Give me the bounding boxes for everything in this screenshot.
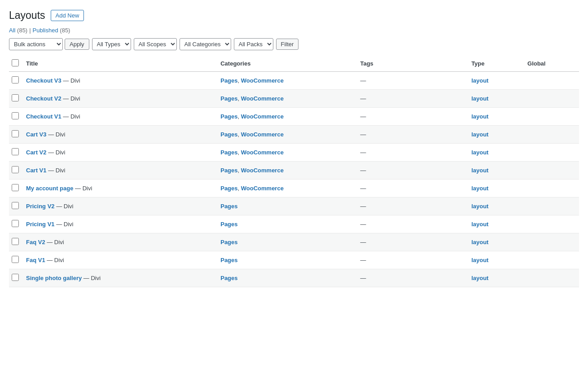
type-link[interactable]: layout: [471, 77, 488, 84]
category-link[interactable]: Pages: [220, 77, 237, 84]
type-link[interactable]: layout: [471, 257, 488, 263]
category-link[interactable]: Pages: [220, 203, 237, 210]
type-column-header: Type: [467, 56, 523, 72]
layout-title-link[interactable]: Pricing V2: [26, 203, 55, 210]
layout-title-link[interactable]: Pricing V1: [26, 221, 55, 228]
filter-button[interactable]: Filter: [276, 39, 299, 50]
category-link[interactable]: Pages: [220, 221, 237, 228]
type-link[interactable]: layout: [471, 149, 488, 156]
row-global-cell: [523, 143, 579, 161]
layout-title-link[interactable]: Checkout V2: [26, 95, 61, 102]
row-checkbox[interactable]: [12, 184, 19, 191]
category-link[interactable]: Pages: [220, 167, 237, 174]
table-row: Cart V1 — DiviPages, WooCommerce—layout: [9, 161, 579, 179]
category-link[interactable]: WooCommerce: [241, 95, 284, 102]
row-checkbox[interactable]: [12, 256, 19, 263]
type-link[interactable]: layout: [471, 95, 488, 102]
all-categories-select[interactable]: All Categories: [180, 38, 231, 50]
row-type-cell: layout: [467, 179, 523, 197]
all-scopes-select[interactable]: All Scopes: [134, 38, 177, 50]
row-type-cell: layout: [467, 89, 523, 107]
row-type-cell: layout: [467, 197, 523, 215]
table-row: Checkout V2 — DiviPages, WooCommerce—lay…: [9, 89, 579, 107]
row-title-cell: Faq V2 — Divi: [22, 233, 216, 251]
category-link[interactable]: Pages: [220, 239, 237, 245]
row-checkbox-cell: [9, 161, 22, 179]
row-global-cell: [523, 71, 579, 89]
type-link[interactable]: layout: [471, 113, 488, 120]
type-link[interactable]: layout: [471, 185, 488, 192]
title-suffix: — Divi: [55, 221, 74, 228]
category-link[interactable]: Pages: [220, 113, 237, 120]
row-tags-cell: —: [355, 233, 467, 251]
row-categories-cell: Pages, WooCommerce: [216, 143, 355, 161]
all-link[interactable]: All: [9, 27, 15, 34]
type-link[interactable]: layout: [471, 131, 488, 138]
category-link[interactable]: Pages: [220, 275, 237, 281]
category-link[interactable]: WooCommerce: [241, 131, 284, 138]
all-packs-select[interactable]: All Packs: [234, 38, 273, 50]
category-link[interactable]: Pages: [220, 185, 237, 192]
row-categories-cell: Pages, WooCommerce: [216, 179, 355, 197]
bulk-actions-select[interactable]: Bulk actions: [9, 38, 63, 50]
table-row: Checkout V1 — DiviPages, WooCommerce—lay…: [9, 107, 579, 125]
row-type-cell: layout: [467, 161, 523, 179]
type-link[interactable]: layout: [471, 203, 488, 210]
category-link[interactable]: Pages: [220, 257, 237, 263]
row-categories-cell: Pages, WooCommerce: [216, 125, 355, 143]
layout-title-link[interactable]: Checkout V1: [26, 113, 61, 120]
title-suffix: — Divi: [47, 149, 66, 156]
row-categories-cell: Pages: [216, 269, 355, 287]
layout-title-link[interactable]: Faq V2: [26, 239, 45, 245]
row-checkbox[interactable]: [12, 202, 19, 209]
category-link[interactable]: WooCommerce: [241, 77, 284, 84]
row-title-cell: Cart V1 — Divi: [22, 161, 216, 179]
category-link[interactable]: WooCommerce: [241, 167, 284, 174]
category-link[interactable]: Pages: [220, 131, 237, 138]
all-types-select[interactable]: All Types: [92, 38, 131, 50]
row-checkbox[interactable]: [12, 238, 19, 245]
type-link[interactable]: layout: [471, 167, 488, 174]
page-title: Layouts: [9, 9, 45, 22]
row-checkbox[interactable]: [12, 130, 19, 137]
layout-title-link[interactable]: Single photo gallery: [26, 275, 82, 281]
type-link[interactable]: layout: [471, 221, 488, 228]
row-title-cell: Cart V3 — Divi: [22, 125, 216, 143]
category-link[interactable]: WooCommerce: [241, 149, 284, 156]
layout-title-link[interactable]: My account page: [26, 185, 73, 192]
row-global-cell: [523, 215, 579, 233]
category-link[interactable]: Pages: [220, 95, 237, 102]
category-link[interactable]: Pages: [220, 149, 237, 156]
layout-title-link[interactable]: Cart V3: [26, 131, 47, 138]
published-link[interactable]: Published: [33, 27, 58, 34]
table-row: Faq V1 — DiviPages—layout: [9, 251, 579, 269]
row-categories-cell: Pages, WooCommerce: [216, 107, 355, 125]
add-new-button[interactable]: Add New: [51, 10, 84, 21]
title-suffix: — Divi: [45, 257, 64, 263]
layout-title-link[interactable]: Cart V2: [26, 149, 47, 156]
table-row: My account page — DiviPages, WooCommerce…: [9, 179, 579, 197]
row-checkbox[interactable]: [12, 148, 19, 155]
type-link[interactable]: layout: [471, 275, 488, 281]
row-checkbox[interactable]: [12, 76, 19, 83]
category-link[interactable]: WooCommerce: [241, 113, 284, 120]
layout-title-link[interactable]: Cart V1: [26, 167, 47, 174]
table-row: Cart V3 — DiviPages, WooCommerce—layout: [9, 125, 579, 143]
category-link[interactable]: WooCommerce: [241, 185, 284, 192]
layout-title-link[interactable]: Faq V1: [26, 257, 45, 263]
all-filter-link[interactable]: All (85): [9, 27, 27, 34]
row-checkbox[interactable]: [12, 220, 19, 227]
published-filter-link[interactable]: Published (85): [33, 27, 70, 34]
row-checkbox[interactable]: [12, 166, 19, 173]
row-title-cell: Checkout V1 — Divi: [22, 107, 216, 125]
title-suffix: — Divi: [47, 167, 66, 174]
type-link[interactable]: layout: [471, 239, 488, 245]
layout-title-link[interactable]: Checkout V3: [26, 77, 61, 84]
row-checkbox[interactable]: [12, 274, 19, 281]
row-checkbox[interactable]: [12, 112, 19, 119]
apply-button[interactable]: Apply: [65, 39, 89, 50]
row-checkbox[interactable]: [12, 94, 19, 101]
select-all-checkbox[interactable]: [12, 59, 19, 66]
row-global-cell: [523, 161, 579, 179]
title-suffix: — Divi: [55, 203, 74, 210]
